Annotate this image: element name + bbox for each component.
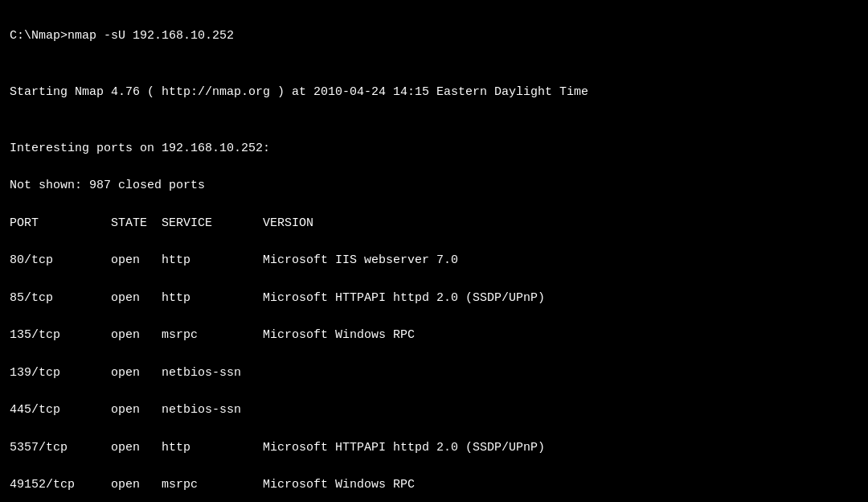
terminal-line: 135/tcp open msrpc Microsoft Windows RPC	[10, 326, 858, 344]
terminal-line: 49152/tcp open msrpc Microsoft Windows R…	[10, 475, 858, 494]
terminal-line: 80/tcp open http Microsoft IIS webserver…	[10, 251, 858, 270]
terminal-line: Starting Nmap 4.76 ( http://nmap.org ) a…	[10, 83, 858, 101]
terminal-line: 5357/tcp open http Microsoft HTTPAPI htt…	[10, 438, 858, 457]
terminal-window: C:\Nmap>nmap -sU 192.168.10.252 Starting…	[0, 0, 868, 502]
terminal-line: Not shown: 987 closed ports	[10, 176, 858, 195]
terminal-line: PORT STATE SERVICE VERSION	[10, 214, 858, 232]
terminal-line: 85/tcp open http Microsoft HTTPAPI httpd…	[10, 289, 858, 307]
terminal-line: 139/tcp open netbios-ssn	[10, 364, 858, 382]
terminal-line: C:\Nmap>nmap -sU 192.168.10.252	[10, 27, 858, 45]
terminal-line: 445/tcp open netbios-ssn	[10, 401, 858, 419]
terminal-line: Interesting ports on 192.168.10.252:	[10, 139, 858, 158]
